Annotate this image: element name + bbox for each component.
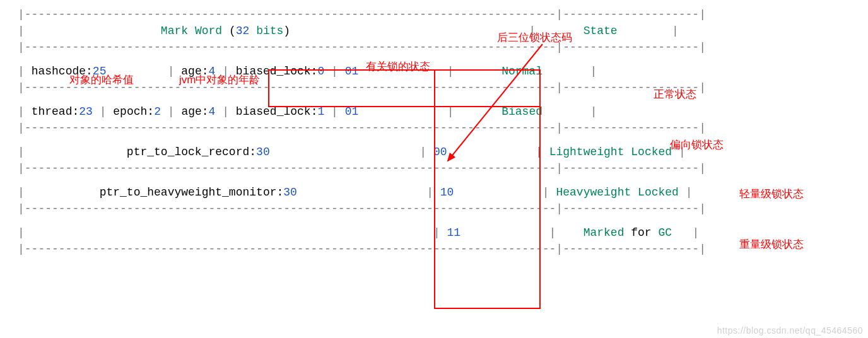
epoch-val: 2 [154,105,161,118]
annotation-lock-column: 有关锁的状态 [366,59,430,74]
label-mark: Mark [161,25,188,37]
row-heavyweight: | ptr_to_heavyweight_monitor:30 | 10 | H… [18,184,800,201]
ptr-val: 30 [256,146,270,158]
separator: |---------------------------------------… [18,120,800,136]
annotation-lightweight-state: 轻量级锁状态 [739,187,804,201]
label-word: Word [195,25,222,37]
lock-bits: 10 [440,186,454,199]
separator: |---------------------------------------… [18,241,800,257]
state-heavyweight-2: Locked [638,186,679,199]
state-gc-mid: for [624,226,658,239]
watermark: https://blog.csdn.net/qq_45464560 [717,325,863,335]
annotation-biased-state: 偏向锁状态 [670,137,724,152]
annotation-normal-state: 正常状态 [654,87,696,102]
annotation-heavyweight-state: 重量级锁状态 [739,237,804,252]
separator: |---------------------------------------… [18,160,800,177]
age-key: age [181,105,201,118]
state-gc-2: GC [658,226,672,239]
separator: |---------------------------------------… [18,6,800,23]
annotation-three-bit: 后三位锁状态码 [497,30,572,45]
biased-lock-val: 1 [317,105,324,118]
state-gc-1: Marked [584,226,625,239]
biased-lock-val: 0 [317,65,324,78]
lock-bits: 00 [433,146,447,158]
header-row: | Mark Word (32 bits) | State | [18,23,800,39]
thread-key: thread [32,105,73,118]
thread-val: 23 [79,105,93,118]
annotation-hashcode: 对象的哈希值 [69,73,134,87]
mark-word-diagram: |---------------------------------------… [0,0,800,257]
ptr-val: 30 [283,186,297,199]
age-val: 4 [209,105,216,118]
lock-bits: 01 [345,105,359,118]
row-gc: | | 11 | Marked for GC | [18,224,800,241]
lock-bits: 01 [345,65,359,78]
annotation-age: jvm中对象的年龄 [179,73,260,87]
bits-word: bits [249,25,283,37]
state-heavyweight-1: Heavyweight [556,186,631,199]
epoch-key: epoch [113,105,147,118]
bits-count: 32 [236,25,250,37]
state-header: State [584,25,618,37]
separator: |---------------------------------------… [18,201,800,217]
ptr-key: ptr_to_lock_record [127,146,249,158]
state-biased: Biased [501,105,542,118]
row-biased: | thread:23 | epoch:2 | age:4 | biased_l… [18,103,800,120]
lock-bits: 11 [447,226,461,239]
state-normal: Normal [501,65,542,78]
ptr-key: ptr_to_heavyweight_monitor [100,186,277,199]
separator: |---------------------------------------… [18,39,800,55]
biased-lock-key: biased_lock [236,105,311,118]
state-lightweight-2: Locked [631,146,672,158]
state-lightweight-1: Lightweight [549,146,625,158]
